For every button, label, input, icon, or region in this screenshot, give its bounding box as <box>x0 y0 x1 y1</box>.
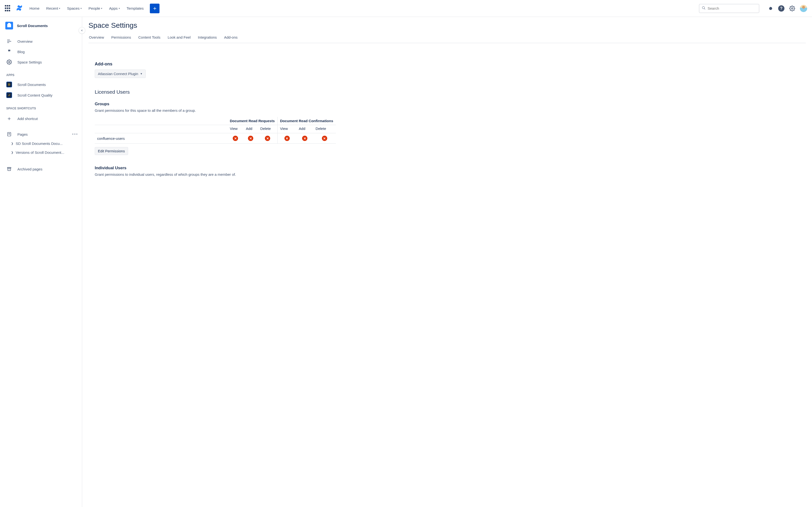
chevron-right-icon[interactable]: ❯ <box>11 142 13 145</box>
scroll-content-quality-app-icon: ✓ <box>6 92 12 98</box>
sidebar-item-label: Space Settings <box>17 60 42 64</box>
apps-section-label: APPS <box>5 67 80 79</box>
chevron-right-icon[interactable]: ❯ <box>11 151 13 154</box>
content-inner: Add-ons Atlassian Connect Plugin ▼ Licen… <box>89 43 342 176</box>
individual-users-description: Grant permissions to individual users, r… <box>95 172 336 176</box>
perm-sub-header: View <box>277 125 296 133</box>
chevron-down-icon: ▾ <box>59 7 60 10</box>
main-content: Space Settings Overview Permissions Cont… <box>82 17 812 507</box>
sidebar-app-scroll-content-quality[interactable]: ✓ Scroll Content Quality <box>5 90 80 101</box>
sidebar-item-label: Pages <box>17 132 28 136</box>
tab-overview[interactable]: Overview <box>89 33 105 43</box>
settings-icon[interactable] <box>789 6 795 11</box>
perm-sub-header: Add <box>243 125 258 133</box>
help-icon[interactable]: ? <box>778 5 784 12</box>
group-name: confluence-users <box>95 133 227 144</box>
pages-icon <box>6 132 12 137</box>
chevron-down-icon: ▾ <box>101 7 102 10</box>
perm-group-header: Document Read Requests <box>227 117 277 125</box>
scroll-documents-app-icon: D <box>6 81 12 88</box>
nav-apps[interactable]: Apps▾ <box>109 6 120 11</box>
perm-sub-header: View <box>227 125 244 133</box>
permission-deny-icon[interactable]: ✕ <box>233 136 238 141</box>
permission-deny-icon[interactable]: ✕ <box>265 136 270 141</box>
svg-point-6 <box>8 61 10 63</box>
sidebar-add-shortcut[interactable]: ＋ Add shortcut <box>5 113 80 125</box>
sidebar-item-label: Add shortcut <box>17 117 38 121</box>
confluence-logo-icon[interactable] <box>16 5 23 12</box>
svg-point-2 <box>792 8 793 9</box>
permission-deny-icon[interactable]: ✕ <box>248 136 253 141</box>
tree-item-label: SD Scroll Documents Docu... <box>16 142 63 146</box>
search-input[interactable] <box>708 6 756 10</box>
addons-heading: Add-ons <box>95 62 336 67</box>
sidebar-archived-pages[interactable]: Archived pages <box>5 164 80 174</box>
primary-nav: Home Recent▾ Spaces▾ People▾ Apps▾ Templ… <box>30 6 144 11</box>
app-switcher-icon[interactable] <box>5 5 12 12</box>
edit-permissions-button[interactable]: Edit Permissions <box>95 147 128 155</box>
licensed-users-heading: Licensed Users <box>95 89 336 95</box>
perm-sub-header: Delete <box>313 125 336 133</box>
space-header[interactable]: Scroll Documents <box>5 22 80 30</box>
more-icon[interactable]: ••• <box>72 132 78 137</box>
permission-deny-icon[interactable]: ✕ <box>302 136 307 141</box>
top-right-icons: ? <box>768 5 807 12</box>
page-title: Space Settings <box>89 21 806 30</box>
plus-icon: + <box>153 5 156 12</box>
tab-look-and-feel[interactable]: Look and Feel <box>167 33 191 43</box>
gear-icon <box>6 59 12 65</box>
addons-dropdown[interactable]: Atlassian Connect Plugin ▼ <box>95 69 146 78</box>
groups-description: Grant permissions for this space to all … <box>95 108 336 113</box>
sidebar-item-label: Archived pages <box>17 167 42 171</box>
user-avatar[interactable] <box>800 5 807 12</box>
sidebar-pages[interactable]: Pages ••• <box>5 129 80 139</box>
shortcuts-section-label: SPACE SHORTCUTS <box>5 101 80 113</box>
sidebar-app-scroll-documents[interactable]: D Scroll Documents <box>5 79 80 90</box>
tab-permissions[interactable]: Permissions <box>111 33 132 43</box>
tree-item-label: Versions of Scroll Document... <box>16 151 64 155</box>
perm-sub-header: Add <box>297 125 313 133</box>
sidebar-item-label: Scroll Documents <box>17 82 46 87</box>
space-title: Scroll Documents <box>17 24 48 28</box>
groups-heading: Groups <box>95 102 336 107</box>
archive-icon <box>6 167 12 171</box>
table-row: confluence-users ✕ ✕ ✕ ✕ ✕ ✕ <box>95 133 336 144</box>
sidebar-item-label: Overview <box>17 39 33 44</box>
overview-icon <box>6 39 12 44</box>
sidebar-overview[interactable]: Overview <box>5 36 80 46</box>
perm-sub-header: Delete <box>258 125 277 133</box>
svg-line-1 <box>704 8 705 9</box>
search-icon <box>702 6 706 11</box>
nav-templates[interactable]: Templates <box>126 6 144 11</box>
individual-users-heading: Individual Users <box>95 166 336 170</box>
tab-integrations[interactable]: Integrations <box>197 33 217 43</box>
blog-icon: ❞ <box>6 49 12 55</box>
nav-people[interactable]: People▾ <box>89 6 102 11</box>
plus-icon: ＋ <box>6 115 12 122</box>
dropdown-label: Atlassian Connect Plugin <box>98 72 138 76</box>
group-permissions-table: Document Read Requests Document Read Con… <box>95 117 336 144</box>
sidebar-blog[interactable]: ❞ Blog <box>5 46 80 57</box>
tree-item[interactable]: ❯ SD Scroll Documents Docu... <box>5 139 80 148</box>
permission-deny-icon[interactable]: ✕ <box>285 136 290 141</box>
notifications-icon[interactable] <box>768 6 773 11</box>
create-button[interactable]: + <box>150 4 159 13</box>
sidebar-item-label: Blog <box>17 50 24 54</box>
nav-home[interactable]: Home <box>30 6 39 11</box>
permission-deny-icon[interactable]: ✕ <box>322 136 327 141</box>
nav-spaces[interactable]: Spaces▾ <box>67 6 82 11</box>
search-box[interactable] <box>699 4 759 13</box>
space-logo-icon <box>5 22 13 30</box>
sidebar-space-settings[interactable]: Space Settings <box>5 57 80 67</box>
sidebar: Scroll Documents Overview ❞ Blog Space S… <box>0 17 82 507</box>
perm-group-header: Document Read Confirmations <box>277 117 336 125</box>
collapse-sidebar-icon[interactable] <box>79 27 85 34</box>
nav-recent[interactable]: Recent▾ <box>46 6 60 11</box>
tree-item[interactable]: ❯ Versions of Scroll Document... <box>5 148 80 157</box>
caret-down-icon: ▼ <box>140 72 143 75</box>
tab-add-ons[interactable]: Add-ons <box>223 33 238 43</box>
tab-content-tools[interactable]: Content Tools <box>138 33 161 43</box>
top-navigation: Home Recent▾ Spaces▾ People▾ Apps▾ Templ… <box>0 0 812 17</box>
svg-rect-11 <box>8 168 11 171</box>
svg-point-0 <box>702 6 704 9</box>
